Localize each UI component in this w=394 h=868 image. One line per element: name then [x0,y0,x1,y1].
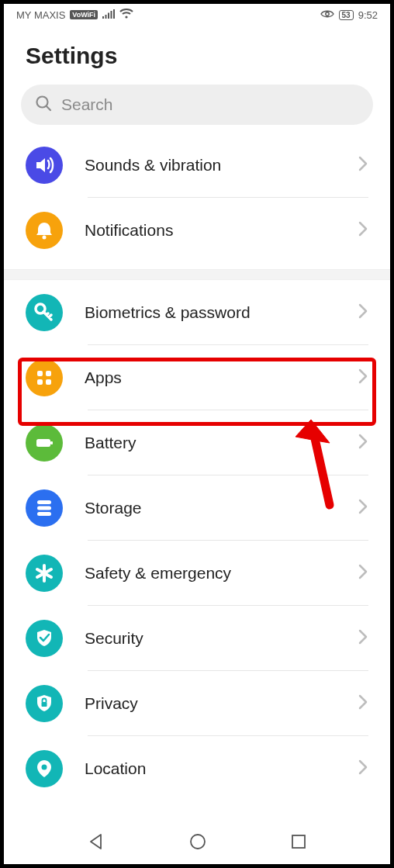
key-icon [26,294,63,331]
svg-marker-11 [91,835,101,849]
lock-icon [26,685,63,722]
svg-line-8 [47,106,50,110]
svg-rect-3 [111,11,112,19]
settings-row-battery[interactable]: Battery [4,410,390,475]
settings-row-security[interactable]: Security [4,606,390,671]
search-input[interactable]: Search [21,85,373,125]
chevron-right-icon [358,759,368,778]
svg-rect-4 [113,9,115,19]
back-button[interactable] [88,833,105,853]
storage-icon [26,489,63,527]
carrier-label: MY MAXIS [16,9,65,21]
settings-row-privacy[interactable]: Privacy [4,671,390,736]
row-label: Biometrics & password [85,303,358,322]
settings-row-safety[interactable]: Safety & emergency [4,541,390,606]
svg-point-6 [325,12,328,15]
row-label: Apps [85,368,358,387]
wifi-icon [119,9,133,21]
svg-point-5 [125,16,127,18]
chevron-right-icon [358,499,368,517]
chevron-right-icon [358,629,368,648]
chevron-right-icon [358,564,368,583]
settings-row-location[interactable]: Location [4,736,390,801]
row-label: Location [85,759,358,778]
clock-label: 9:52 [358,9,378,21]
row-label: Sounds & vibration [85,156,358,175]
svg-rect-0 [102,16,104,19]
pin-icon [26,750,63,787]
settings-row-sounds[interactable]: Sounds & vibration [4,133,390,198]
row-label: Storage [85,499,358,517]
svg-rect-1 [105,15,107,19]
chevron-right-icon [358,156,368,175]
row-label: Notifications [85,221,358,240]
battery-indicator: 53 [339,10,354,20]
row-label: Battery [85,434,358,452]
search-icon [35,95,52,115]
shield-icon [26,620,63,657]
chevron-right-icon [358,221,368,240]
chevron-right-icon [358,303,368,322]
asterisk-icon [26,555,63,592]
row-label: Privacy [85,694,358,713]
apps-icon [26,359,63,396]
signal-icon [102,9,115,21]
row-label: Safety & emergency [85,564,358,583]
row-label: Security [85,629,358,648]
section-divider [4,269,390,280]
chevron-right-icon [358,368,368,387]
svg-rect-2 [108,12,109,19]
bell-icon [26,212,63,249]
svg-point-12 [191,835,205,849]
settings-row-biometrics[interactable]: Biometrics & password [4,280,390,345]
svg-rect-13 [292,835,305,848]
search-placeholder: Search [61,95,113,114]
settings-row-notifications[interactable]: Notifications [4,198,390,263]
eye-icon [320,9,334,21]
settings-row-apps[interactable]: Apps [4,345,390,410]
settings-row-storage[interactable]: Storage [4,475,390,541]
page-title: Settings [4,22,390,85]
recents-button[interactable] [291,834,306,852]
status-right: 53 9:52 [320,9,378,21]
vowifi-badge: VoWiFi [70,10,98,19]
chevron-right-icon [358,694,368,713]
speaker-icon [26,147,63,184]
status-left: MY MAXIS VoWiFi [16,9,133,21]
battery-icon [26,424,63,462]
home-button[interactable] [188,832,207,854]
chevron-right-icon [358,434,368,452]
status-bar: MY MAXIS VoWiFi 53 9:52 [4,4,390,22]
navigation-bar [4,822,390,864]
